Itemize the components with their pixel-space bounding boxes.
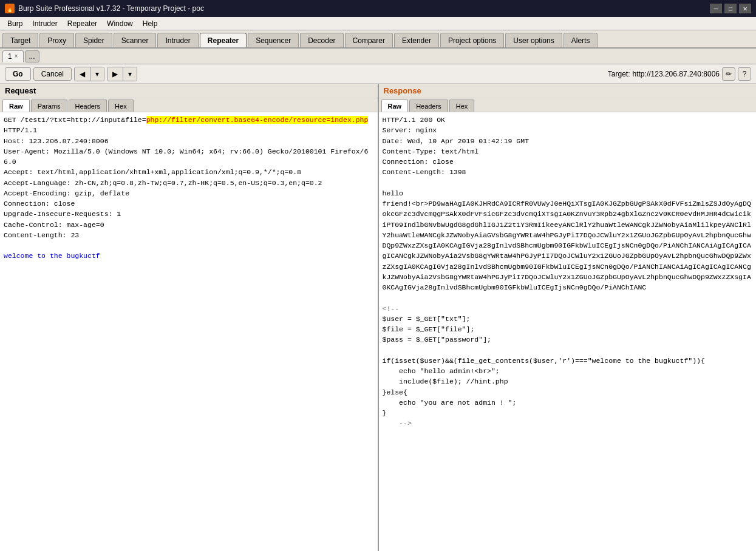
tab-comparer[interactable]: Comparer <box>345 33 393 47</box>
resp-connection: Connection: close <box>383 158 454 166</box>
resp-comment-start: <!-- <box>383 305 400 313</box>
menu-repeater[interactable]: Repeater <box>63 17 102 30</box>
tab-decoder[interactable]: Decoder <box>300 33 343 47</box>
request-tab-params[interactable]: Params <box>31 100 67 112</box>
response-tabs: Raw Headers Hex <box>379 98 757 112</box>
resp-php-file: $file = $_GET["file"]; <box>383 325 475 333</box>
title-bar-left: 🔥 Burp Suite Professional v1.7.32 - Temp… <box>5 4 204 13</box>
maximize-button[interactable]: □ <box>724 4 737 13</box>
target-url: http://123.206.87.240:8006 <box>633 70 720 78</box>
request-tab-raw[interactable]: Raw <box>2 100 30 112</box>
menu-intruder[interactable]: Intruder <box>27 17 62 30</box>
req-highlighted-url: php://filter/convert.base64-encode/resou… <box>146 116 369 124</box>
repeater-tab-1[interactable]: 1 × <box>2 50 24 63</box>
tab-intruder[interactable]: Intruder <box>157 33 198 47</box>
tab-user-options[interactable]: User options <box>505 33 562 47</box>
target-label-group: Target: http://123.206.87.240:8006 ✏ ? <box>608 67 751 81</box>
req-cache-control: Cache-Control: max-age=0 <box>4 221 104 229</box>
request-tab-headers[interactable]: Headers <box>69 100 107 112</box>
req-accept-encoding: Accept-Encoding: gzip, deflate <box>4 189 129 197</box>
req-upgrade: Upgrade-Insecure-Requests: 1 <box>4 210 121 218</box>
request-panel-header: Request <box>0 84 378 98</box>
resp-php-echo2: echo "you are not admin ! "; <box>383 399 517 407</box>
req-welcome: welcome to the bugkuctf <box>4 252 100 260</box>
go-button[interactable]: Go <box>5 67 31 81</box>
resp-php-echo1: echo "hello admin!<br>"; <box>383 367 500 375</box>
minimize-button[interactable]: ─ <box>710 4 722 13</box>
repeater-tab-new[interactable]: ... <box>25 50 39 63</box>
resp-server: Server: nginx <box>383 126 437 134</box>
tab-repeater[interactable]: Repeater <box>200 33 247 47</box>
tab-proxy[interactable]: Proxy <box>39 33 74 47</box>
menu-window[interactable]: Window <box>102 17 138 30</box>
close-button[interactable]: ✕ <box>739 4 751 13</box>
tab-alerts[interactable]: Alerts <box>564 33 598 47</box>
menu-bar: Burp Intruder Repeater Window Help <box>0 17 756 30</box>
req-content-length: Content-Length: 23 <box>4 231 79 239</box>
toolbar: Go Cancel ◀ ▾ ▶ ▾ Target: http://123.206… <box>0 64 756 84</box>
req-http-version: HTTP/1.1 <box>4 126 37 134</box>
back-dropdown-button[interactable]: ▾ <box>90 67 104 81</box>
resp-status-line: HTTP/1.1 200 OK <box>383 116 446 124</box>
resp-php-user: $user = $_GET["txt"]; <box>383 315 471 323</box>
req-user-agent: User-Agent: Mozilla/5.0 (Windows NT 10.0… <box>4 147 368 166</box>
tab-scanner[interactable]: Scanner <box>114 33 157 47</box>
menu-burp[interactable]: Burp <box>2 17 27 30</box>
req-accept: Accept: text/html,application/xhtml+xml,… <box>4 168 301 176</box>
tab-target[interactable]: Target <box>2 33 38 47</box>
resp-php-close: } <box>383 409 387 417</box>
menu-help[interactable]: Help <box>138 17 163 30</box>
response-tab-hex[interactable]: Hex <box>449 100 475 112</box>
resp-php-include: include($file); //hint.php <box>383 377 508 385</box>
back-button[interactable]: ◀ <box>75 67 90 81</box>
target-text-label: Target: <box>608 70 630 78</box>
request-panel: Request Raw Params Headers Hex GET /test… <box>0 84 379 551</box>
resp-php-else: }else{ <box>383 388 407 396</box>
tab-spider[interactable]: Spider <box>75 33 112 47</box>
target-help-button[interactable]: ? <box>738 67 751 81</box>
repeater-tab-bar: 1 × ... <box>0 49 756 64</box>
window-title: Burp Suite Professional v1.7.32 - Tempor… <box>18 4 204 13</box>
resp-php-if: if(isset($user)&&(file_get_contents($use… <box>383 357 705 365</box>
forward-button[interactable]: ▶ <box>107 67 123 81</box>
resp-content-length: Content-Length: 1398 <box>383 168 466 176</box>
response-panel-header: Response <box>379 84 757 98</box>
resp-php-pass: $pass = $_GET["password"]; <box>383 336 491 343</box>
tab-project-options[interactable]: Project options <box>440 33 504 47</box>
resp-date: Date: Wed, 10 Apr 2019 01:42:19 GMT <box>383 137 530 145</box>
target-edit-button[interactable]: ✏ <box>722 67 735 81</box>
window-controls[interactable]: ─ □ ✕ <box>710 4 751 13</box>
response-content[interactable]: HTTP/1.1 200 OK Server: nginx Date: Wed,… <box>379 112 757 551</box>
request-content[interactable]: GET /test1/?txt=http://input&file=php://… <box>0 112 378 551</box>
request-title: Request <box>5 86 36 95</box>
nav-forward-group: ▶ ▾ <box>107 67 137 81</box>
title-bar: 🔥 Burp Suite Professional v1.7.32 - Temp… <box>0 0 756 17</box>
request-tab-hex[interactable]: Hex <box>108 100 134 112</box>
resp-comment-end: --> <box>383 419 412 427</box>
req-host: Host: 123.206.87.240:8006 <box>4 137 109 145</box>
resp-friend: friend!<br>PD9waHAgIA0KJHRdCA9ICRfR0VUWy… <box>383 200 751 291</box>
response-title: Response <box>384 86 421 95</box>
repeater-tab-1-close[interactable]: × <box>15 53 18 59</box>
req-accept-language: Accept-Language: zh-CN,zh;q=0.8,zh-TW;q=… <box>4 179 322 187</box>
app-icon: 🔥 <box>5 4 15 13</box>
response-tab-raw[interactable]: Raw <box>381 100 409 112</box>
response-panel: Response Raw Headers Hex HTTP/1.1 200 OK… <box>379 84 757 551</box>
response-tab-headers[interactable]: Headers <box>409 100 448 112</box>
tab-sequencer[interactable]: Sequencer <box>248 33 299 47</box>
forward-dropdown-button[interactable]: ▾ <box>123 67 137 81</box>
repeater-tab-1-label: 1 <box>8 52 12 61</box>
req-connection: Connection: close <box>4 200 75 208</box>
main-content: Request Raw Params Headers Hex GET /test… <box>0 84 756 551</box>
cancel-button[interactable]: Cancel <box>33 67 72 81</box>
request-tabs: Raw Params Headers Hex <box>0 98 378 112</box>
req-get-prefix: GET /test1/?txt=http://input&file= <box>4 116 146 124</box>
resp-content-type: Content-Type: text/html <box>383 147 479 155</box>
main-tab-bar: Target Proxy Spider Scanner Intruder Rep… <box>0 30 756 49</box>
resp-hello: hello <box>383 189 404 197</box>
tab-extender[interactable]: Extender <box>394 33 439 47</box>
nav-back-group: ◀ ▾ <box>74 67 104 81</box>
